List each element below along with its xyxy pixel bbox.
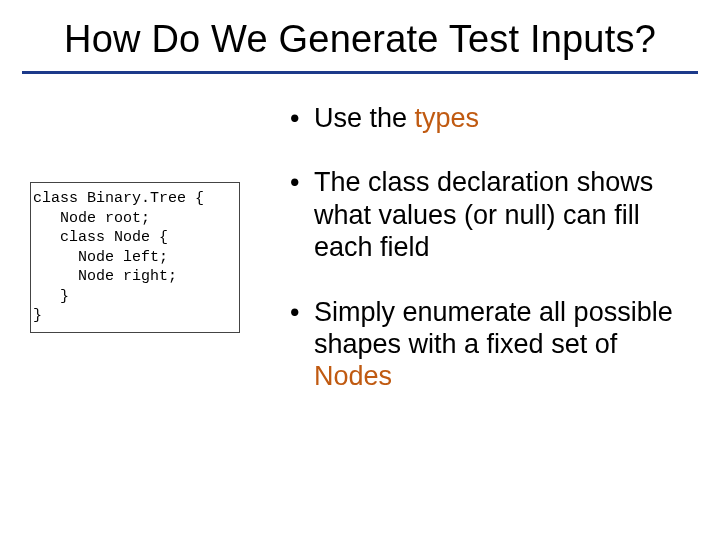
bullet-text: Simply enumerate all possible shapes wit…: [314, 297, 673, 359]
code-line: Node left;: [33, 248, 229, 268]
keyword: types: [415, 103, 480, 133]
keyword: Nodes: [314, 361, 392, 391]
slide-title: How Do We Generate Test Inputs?: [0, 0, 720, 71]
left-column: class Binary.Tree { Node root; class Nod…: [30, 102, 280, 425]
code-line: }: [33, 287, 229, 307]
bullet-item: Simply enumerate all possible shapes wit…: [290, 296, 690, 393]
code-line: class Binary.Tree {: [33, 189, 229, 209]
code-line: }: [33, 306, 229, 326]
code-box: class Binary.Tree { Node root; class Nod…: [30, 182, 240, 333]
code-line: class Node {: [33, 228, 229, 248]
bullet-text: Use the: [314, 103, 415, 133]
bullet-item: The class declaration shows what values …: [290, 166, 690, 263]
right-column: Use the types The class declaration show…: [280, 102, 690, 425]
bullet-list: Use the types The class declaration show…: [290, 102, 690, 393]
bullet-text: The class declaration shows what values …: [314, 167, 653, 262]
slide-body: class Binary.Tree { Node root; class Nod…: [0, 74, 720, 425]
slide: How Do We Generate Test Inputs? class Bi…: [0, 0, 720, 540]
code-line: Node right;: [33, 267, 229, 287]
bullet-item: Use the types: [290, 102, 690, 134]
code-line: Node root;: [33, 209, 229, 229]
